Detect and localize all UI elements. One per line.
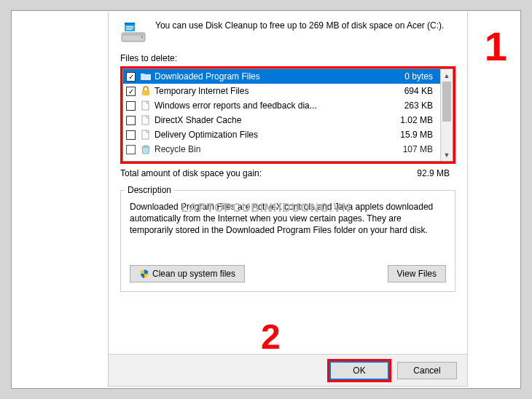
file-type-icon xyxy=(140,114,152,126)
file-row[interactable]: Windows error reports and feedback dia..… xyxy=(123,98,440,113)
file-checkbox[interactable] xyxy=(126,130,136,140)
svg-rect-11 xyxy=(142,130,149,139)
scroll-thumb[interactable] xyxy=(442,82,451,122)
file-size: 15.9 MB xyxy=(394,130,437,140)
file-size: 263 KB xyxy=(394,100,437,111)
file-name: DirectX Shader Cache xyxy=(154,115,394,125)
svg-rect-4 xyxy=(125,23,135,25)
file-list[interactable]: ✓Downloaded Program Files0 bytes✓Tempora… xyxy=(122,68,453,162)
file-name: Windows error reports and feedback dia..… xyxy=(154,100,394,111)
file-name: Downloaded Program Files xyxy=(154,71,394,82)
file-checkbox[interactable] xyxy=(126,145,136,154)
file-size: 107 MB xyxy=(394,144,437,154)
ok-label: OK xyxy=(353,366,365,376)
file-type-icon xyxy=(140,129,152,141)
svg-rect-6 xyxy=(126,28,133,28)
ok-button-highlight: OK xyxy=(327,359,391,382)
view-files-button[interactable]: View Files xyxy=(388,265,446,283)
total-row: Total amount of disk space you gain: 92.… xyxy=(109,164,467,181)
svg-rect-1 xyxy=(122,33,145,36)
cleanup-button-label: Clean up system files xyxy=(152,269,235,279)
cancel-label: Cancel xyxy=(413,366,440,376)
file-type-icon xyxy=(140,100,152,111)
file-type-icon xyxy=(140,71,152,82)
view-files-label: View Files xyxy=(397,269,437,279)
file-row[interactable]: ✓Temporary Internet Files694 KB xyxy=(123,84,440,98)
disk-cleanup-dialog: You can use Disk Cleanup to free up to 2… xyxy=(108,12,468,387)
dialog-footer: OK Cancel xyxy=(109,354,467,386)
file-type-icon xyxy=(140,143,152,155)
total-value: 92.9 MB xyxy=(417,168,450,178)
file-size: 0 bytes xyxy=(394,71,437,82)
file-size: 1.02 MB xyxy=(394,115,437,125)
file-name: Delivery Optimization Files xyxy=(154,130,394,140)
file-checkbox[interactable]: ✓ xyxy=(126,87,136,96)
cleanup-system-files-button[interactable]: Clean up system files xyxy=(130,265,245,283)
file-checkbox[interactable] xyxy=(126,101,136,111)
file-row[interactable]: Delivery Optimization Files15.9 MB xyxy=(123,127,440,142)
files-to-delete-label: Files to delete: xyxy=(109,52,467,66)
file-row[interactable]: Recycle Bin107 MB xyxy=(123,142,440,157)
header-text: You can use Disk Cleanup to free up to 2… xyxy=(155,20,444,32)
scroll-down-button[interactable]: ▼ xyxy=(441,149,453,161)
file-name: Temporary Internet Files xyxy=(154,86,394,96)
file-checkbox[interactable]: ✓ xyxy=(126,72,136,82)
description-text: Downloaded Program Files are ActiveX con… xyxy=(130,201,446,253)
file-list-highlight: ✓Downloaded Program Files0 bytes✓Tempora… xyxy=(120,66,455,164)
scroll-track[interactable] xyxy=(441,82,453,149)
file-row[interactable]: ✓Downloaded Program Files0 bytes xyxy=(123,69,440,84)
scroll-up-button[interactable]: ▲ xyxy=(441,69,453,82)
description-label: Description xyxy=(125,185,174,195)
file-checkbox[interactable] xyxy=(126,116,136,125)
screenshot-frame: You can use Disk Cleanup to free up to 2… xyxy=(11,10,521,389)
description-group: Description Downloaded Program Files are… xyxy=(120,183,455,292)
svg-point-2 xyxy=(141,36,144,39)
file-type-icon xyxy=(140,85,152,97)
file-name: Recycle Bin xyxy=(154,144,394,154)
svg-rect-9 xyxy=(142,101,149,110)
scrollbar[interactable]: ▲ ▼ xyxy=(440,69,453,161)
svg-rect-7 xyxy=(126,29,132,30)
annotation-marker-1: 1 xyxy=(485,23,507,70)
total-label: Total amount of disk space you gain: xyxy=(120,168,262,178)
svg-rect-10 xyxy=(142,116,149,125)
file-row[interactable]: DirectX Shader Cache1.02 MB xyxy=(123,113,440,127)
svg-rect-5 xyxy=(126,26,133,27)
shield-icon xyxy=(139,269,149,279)
ok-button[interactable]: OK xyxy=(329,361,389,380)
disk-cleanup-icon xyxy=(120,20,146,46)
cancel-button[interactable]: Cancel xyxy=(397,362,457,379)
header-row: You can use Disk Cleanup to free up to 2… xyxy=(109,12,467,52)
svg-rect-8 xyxy=(142,90,149,95)
file-size: 694 KB xyxy=(394,86,437,96)
svg-rect-12 xyxy=(144,146,148,147)
